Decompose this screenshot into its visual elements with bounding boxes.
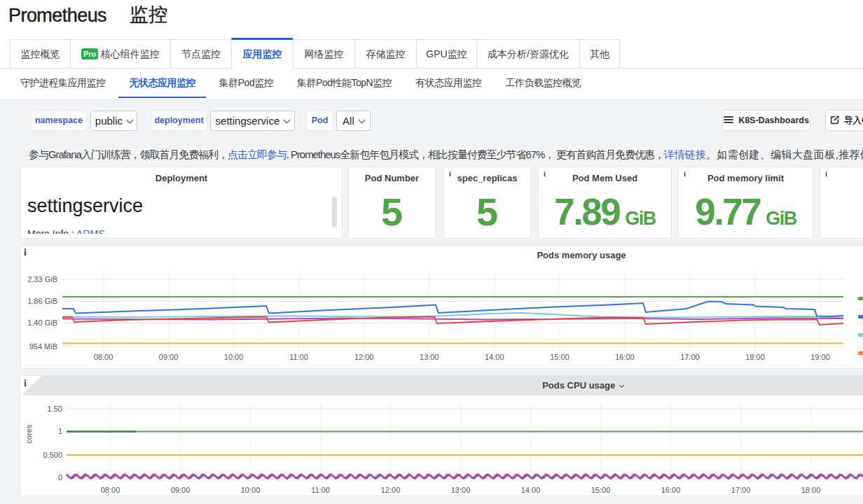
- svg-text:13:00: 13:00: [451, 486, 471, 494]
- svg-text:12:00: 12:00: [354, 353, 374, 361]
- svg-text:1: 1: [58, 427, 62, 435]
- svg-text:09:00: 09:00: [171, 486, 191, 494]
- svg-text:19:00: 19:00: [810, 353, 830, 361]
- svg-text:17:00: 17:00: [680, 353, 700, 361]
- svg-text:0.500: 0.500: [43, 451, 62, 459]
- svg-text:15:00: 15:00: [550, 353, 569, 361]
- svg-text:14:00: 14:00: [521, 486, 541, 494]
- svg-text:10:00: 10:00: [224, 353, 244, 361]
- svg-text:1.50: 1.50: [48, 405, 62, 413]
- svg-text:11:00: 11:00: [311, 486, 330, 494]
- svg-text:09:00: 09:00: [159, 353, 179, 361]
- svg-text:0: 0: [58, 473, 62, 482]
- svg-text:1.40 GiB: 1.40 GiB: [27, 318, 57, 327]
- svg-text:08:00: 08:00: [94, 353, 113, 361]
- svg-text:cores: cores: [25, 424, 33, 443]
- svg-text:15:00: 15:00: [591, 486, 611, 494]
- svg-text:08:00: 08:00: [101, 486, 120, 494]
- svg-text:16:00: 16:00: [615, 353, 635, 361]
- svg-text:17:00: 17:00: [731, 486, 751, 494]
- svg-text:14:00: 14:00: [485, 353, 504, 361]
- svg-text:13:00: 13:00: [420, 353, 439, 361]
- svg-text:10:00: 10:00: [241, 486, 261, 494]
- svg-text:2.33 GiB: 2.33 GiB: [27, 275, 57, 284]
- svg-text:1.86 GiB: 1.86 GiB: [27, 297, 57, 305]
- svg-text:18:00: 18:00: [801, 486, 821, 494]
- svg-text:11:00: 11:00: [289, 353, 308, 361]
- svg-text:954 MiB: 954 MiB: [29, 342, 57, 351]
- svg-text:18:00: 18:00: [745, 353, 765, 361]
- svg-text:16:00: 16:00: [661, 486, 681, 494]
- svg-text:12:00: 12:00: [381, 486, 401, 494]
